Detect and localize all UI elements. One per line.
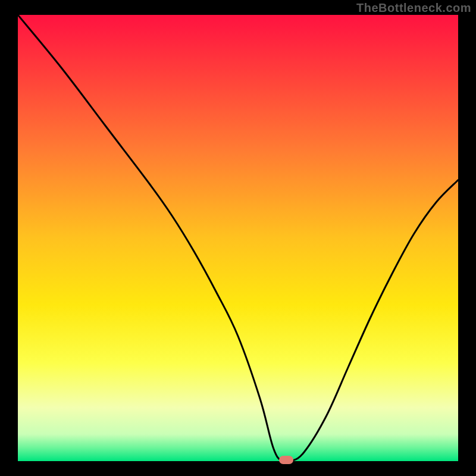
chart-svg (18, 15, 458, 461)
watermark-text: TheBottleneck.com (356, 1, 471, 15)
bg-rect (18, 15, 458, 461)
plot-area (18, 15, 458, 461)
chart-frame: TheBottleneck.com (0, 0, 476, 476)
minimum-marker (279, 456, 293, 464)
